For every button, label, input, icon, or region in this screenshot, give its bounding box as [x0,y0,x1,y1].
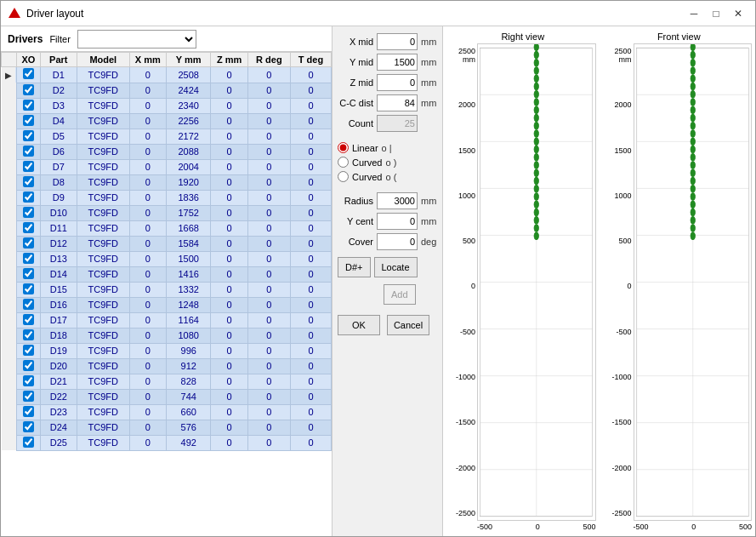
zmid-input[interactable] [377,74,418,91]
cell-model: TC9FD [77,435,129,450]
row-checkbox[interactable] [23,222,34,233]
left-panel: Drivers Filter [1,26,333,536]
locate-button[interactable]: Locate [374,257,418,277]
cell-model: TC9FD [77,83,129,98]
table-row[interactable]: D15 TC9FD 0 1332 0 0 0 [2,282,332,297]
row-checkbox[interactable] [23,130,34,141]
svg-point-57 [691,51,696,58]
table-row[interactable]: D21 TC9FD 0 828 0 0 0 [2,374,332,389]
curved1-radio[interactable] [338,157,349,168]
table-row[interactable]: D11 TC9FD 0 1668 0 0 0 [2,220,332,236]
table-row[interactable]: D20 TC9FD 0 912 0 0 0 [2,358,332,374]
ymid-input[interactable] [377,54,418,71]
filter-dropdown[interactable] [77,30,196,49]
cover-input[interactable] [377,233,418,250]
table-row[interactable]: D18 TC9FD 0 1080 0 0 0 [2,328,332,343]
cell-tdeg: 0 [291,113,332,129]
table-row[interactable]: D17 TC9FD 0 1164 0 0 0 [2,312,332,328]
row-checkbox[interactable] [23,314,34,325]
ok-button[interactable]: OK [338,315,380,335]
row-checkbox[interactable] [23,191,34,203]
cell-xmm: 0 [129,174,166,190]
cancel-button[interactable]: Cancel [387,315,429,335]
cell-model: TC9FD [77,220,129,236]
row-checkbox[interactable] [23,406,34,417]
table-row[interactable]: D24 TC9FD 0 576 0 0 0 [2,420,332,435]
row-checkbox[interactable] [23,375,34,386]
row-checkbox[interactable] [23,268,34,279]
xmid-input[interactable] [377,33,418,50]
row-checkbox[interactable] [23,437,34,448]
row-checkbox[interactable] [23,345,34,356]
front-y-axis: 2500mm 2000 1500 1000 500 0 -500 -1000 -… [606,43,634,531]
table-row[interactable]: D3 TC9FD 0 2340 0 0 0 [2,98,332,113]
cell-zmm: 0 [211,98,247,113]
row-checkbox[interactable] [23,84,34,95]
table-row[interactable]: D23 TC9FD 0 660 0 0 0 [2,404,332,420]
row-checkbox[interactable] [23,207,34,218]
row-checkbox[interactable] [23,237,34,249]
dplus-button[interactable]: D#+ [338,257,371,277]
table-row[interactable]: D25 TC9FD 0 492 0 0 0 [2,435,332,450]
curved2-radio[interactable] [338,171,349,182]
table-row[interactable]: D5 TC9FD 0 2172 0 0 0 [2,129,332,144]
linear-radio[interactable] [338,142,349,153]
row-checkbox[interactable] [23,329,34,340]
cell-tdeg: 0 [291,190,332,205]
curved2-row: Curved o ( [338,171,437,182]
maximize-button[interactable]: □ [706,5,726,22]
table-row[interactable]: D12 TC9FD 0 1584 0 0 0 [2,236,332,251]
cell-xmm: 0 [129,420,166,435]
row-checkbox[interactable] [23,115,34,126]
table-row[interactable]: D16 TC9FD 0 1248 0 0 0 [2,297,332,312]
cell-zmm: 0 [211,129,247,144]
table-row[interactable]: D19 TC9FD 0 996 0 0 0 [2,343,332,358]
row-checkbox[interactable] [23,176,34,187]
front-y-1500: 1500 [606,146,632,155]
table-container: XO Part Model X mm Y mm Z mm R deg T deg… [1,52,332,536]
row-checkbox[interactable] [23,391,34,402]
front-y-1000: 1000 [606,191,632,200]
add-button[interactable]: Add [384,284,416,305]
row-checkbox[interactable] [23,146,34,157]
row-checkbox[interactable] [23,360,34,371]
table-row[interactable]: D4 TC9FD 0 2256 0 0 0 [2,113,332,129]
table-row[interactable]: D13 TC9FD 0 1500 0 0 0 [2,251,332,266]
row-checkbox[interactable] [23,283,34,294]
cell-zmm: 0 [211,67,247,83]
row-checkbox[interactable] [23,253,34,264]
cell-tdeg: 0 [291,67,332,83]
drivers-table: XO Part Model X mm Y mm Z mm R deg T deg… [1,52,332,451]
col-model: Model [77,53,129,67]
table-row[interactable]: D2 TC9FD 0 2424 0 0 0 [2,83,332,98]
cell-model: TC9FD [77,236,129,251]
count-input[interactable] [377,115,418,132]
table-row[interactable]: D14 TC9FD 0 1416 0 0 0 [2,266,332,282]
minimize-button[interactable]: ─ [684,5,704,22]
table-row[interactable]: D22 TC9FD 0 744 0 0 0 [2,389,332,404]
cell-zmm: 0 [211,282,247,297]
row-checkbox[interactable] [23,299,34,310]
row-arrow [2,404,17,420]
row-arrow [2,144,17,159]
ycent-input[interactable] [377,213,418,230]
row-checkbox[interactable] [23,100,34,111]
table-row[interactable]: D9 TC9FD 0 1836 0 0 0 [2,190,332,205]
svg-point-58 [691,60,696,66]
ccdist-input[interactable] [377,94,418,111]
row-arrow [2,83,17,98]
radius-input[interactable] [377,192,418,209]
row-checkbox[interactable] [23,421,34,432]
cell-rdeg: 0 [247,328,290,343]
table-row[interactable]: D10 TC9FD 0 1752 0 0 0 [2,205,332,220]
table-row[interactable]: D7 TC9FD 0 2004 0 0 0 [2,159,332,174]
table-row[interactable]: ▶ D1 TC9FD 0 2508 0 0 0 [2,67,332,83]
cell-xo [17,266,40,282]
table-row[interactable]: D8 TC9FD 0 1920 0 0 0 [2,174,332,190]
cell-model: TC9FD [77,297,129,312]
row-checkbox[interactable] [23,161,34,172]
close-button[interactable]: ✕ [728,5,748,22]
cell-xo [17,83,40,98]
table-row[interactable]: D6 TC9FD 0 2088 0 0 0 [2,144,332,159]
row-checkbox[interactable] [23,68,34,79]
